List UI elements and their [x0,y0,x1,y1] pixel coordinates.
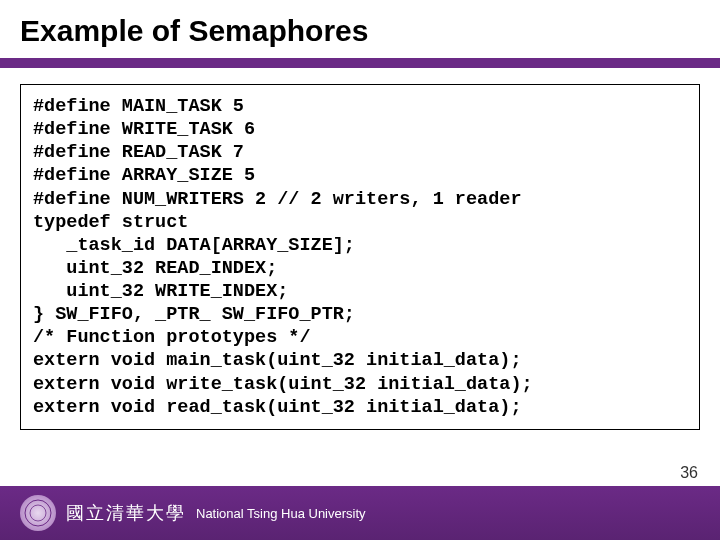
slide: Example of Semaphores #define MAIN_TASK … [0,0,720,540]
university-seal-icon [20,495,56,531]
slide-title: Example of Semaphores [0,0,720,58]
svg-point-0 [25,500,51,526]
university-name-chinese: 國立清華大學 [66,499,186,527]
content-area: #define MAIN_TASK 5 #define WRITE_TASK 6… [0,68,720,540]
university-name-chinese-text: 國立清華大學 [66,501,186,525]
code-block: #define MAIN_TASK 5 #define WRITE_TASK 6… [20,84,700,430]
university-name-english: National Tsing Hua University [196,506,366,521]
title-underline-bar [0,58,720,68]
page-number: 36 [680,464,698,482]
svg-point-1 [30,505,46,521]
footer-bar: 國立清華大學 National Tsing Hua University [0,486,720,540]
